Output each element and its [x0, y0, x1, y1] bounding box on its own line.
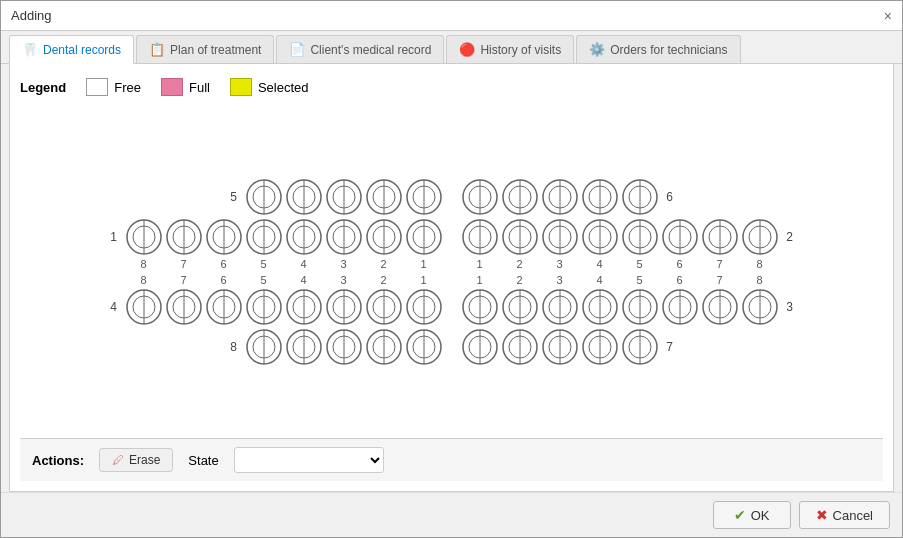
tooth-38[interactable]	[741, 288, 779, 326]
tooth-53[interactable]	[325, 178, 363, 216]
tooth-17[interactable]	[165, 218, 203, 256]
tooth-74[interactable]	[581, 328, 619, 366]
legend-label: Legend	[20, 80, 66, 95]
tooth-82[interactable]	[365, 328, 403, 366]
bottom-deciduous-row: 8 7	[20, 328, 883, 366]
tab-plan-of-treatment[interactable]: 📋 Plan of treatment	[136, 35, 274, 63]
cancel-button[interactable]: ✖ Cancel	[799, 501, 890, 529]
tooth-22[interactable]	[501, 218, 539, 256]
q6-label: 6	[659, 190, 681, 204]
tooth-55[interactable]	[245, 178, 283, 216]
tooth-26[interactable]	[661, 218, 699, 256]
tooth-34[interactable]	[581, 288, 619, 326]
tooth-48[interactable]	[125, 288, 163, 326]
tooth-81[interactable]	[405, 328, 443, 366]
close-button[interactable]: ×	[884, 8, 892, 24]
top-left-deciduous	[245, 178, 443, 216]
tab-bar: 🦷 Dental records 📋 Plan of treatment 📄 C…	[1, 31, 902, 64]
tooth-33[interactable]	[541, 288, 579, 326]
tooth-47[interactable]	[165, 288, 203, 326]
dental-chart: 5 6	[20, 110, 883, 434]
tab-history-of-visits[interactable]: 🔴 History of visits	[446, 35, 574, 63]
tooth-14[interactable]	[285, 218, 323, 256]
x-icon: ✖	[816, 507, 828, 523]
tooth-31[interactable]	[461, 288, 499, 326]
check-icon: ✔	[734, 507, 746, 523]
tooth-25[interactable]	[621, 218, 659, 256]
lower-permanent-row: 4	[20, 288, 883, 326]
tooth-73[interactable]	[541, 328, 579, 366]
tooth-71[interactable]	[461, 328, 499, 366]
q8-label: 8	[223, 340, 245, 354]
tooth-83[interactable]	[325, 328, 363, 366]
tab-medical-record[interactable]: 📄 Client's medical record	[276, 35, 444, 63]
tooth-24[interactable]	[581, 218, 619, 256]
tooth-36[interactable]	[661, 288, 699, 326]
q1-label: 1	[103, 230, 125, 244]
medical-icon: 📄	[289, 42, 305, 57]
actions-label: Actions:	[32, 453, 84, 468]
tooth-32[interactable]	[501, 288, 539, 326]
tooth-27[interactable]	[701, 218, 739, 256]
tooth-61[interactable]	[461, 178, 499, 216]
window-title: Adding	[11, 8, 51, 23]
footer: ✔ OK ✖ Cancel	[1, 492, 902, 537]
tooth-46[interactable]	[205, 288, 243, 326]
main-window: Adding × 🦷 Dental records 📋 Plan of trea…	[0, 0, 903, 538]
tooth-42[interactable]	[365, 288, 403, 326]
top-right-deciduous	[461, 178, 659, 216]
tooth-43[interactable]	[325, 288, 363, 326]
tooth-85[interactable]	[245, 328, 283, 366]
tooth-84[interactable]	[285, 328, 323, 366]
tooth-44[interactable]	[285, 288, 323, 326]
tooth-13[interactable]	[325, 218, 363, 256]
eraser-icon: 🖊	[112, 453, 124, 467]
legend-free: Free	[86, 78, 141, 96]
tooth-63[interactable]	[541, 178, 579, 216]
state-select[interactable]	[234, 447, 384, 473]
lower-right-permanent	[461, 288, 779, 326]
lower-right-numbers: 1 2 3 4 5 6 7 8	[461, 274, 779, 286]
tooth-75[interactable]	[621, 328, 659, 366]
tooth-72[interactable]	[501, 328, 539, 366]
tooth-11[interactable]	[405, 218, 443, 256]
legend-bar: Legend Free Full Selected	[20, 74, 883, 100]
lower-left-permanent	[125, 288, 443, 326]
upper-left-permanent	[125, 218, 443, 256]
legend-selected: Selected	[230, 78, 309, 96]
tooth-28[interactable]	[741, 218, 779, 256]
tooth-23[interactable]	[541, 218, 579, 256]
tooth-37[interactable]	[701, 288, 739, 326]
q4-label: 4	[103, 300, 125, 314]
tooth-12[interactable]	[365, 218, 403, 256]
bottom-right-deciduous	[461, 328, 659, 366]
q2-label: 2	[779, 230, 801, 244]
tooth-45[interactable]	[245, 288, 283, 326]
titlebar: Adding ×	[1, 1, 902, 31]
tooth-15[interactable]	[245, 218, 283, 256]
dental-icon: 🦷	[22, 42, 38, 57]
tooth-18[interactable]	[125, 218, 163, 256]
tab-orders-technicians[interactable]: ⚙️ Orders for technicians	[576, 35, 740, 63]
upper-number-row: 8 7 6 5 4 3 2 1 1 2 3 4 5 6 7	[20, 258, 883, 270]
tooth-21[interactable]	[461, 218, 499, 256]
tab-dental-records[interactable]: 🦷 Dental records	[9, 35, 134, 64]
ok-button[interactable]: ✔ OK	[713, 501, 791, 529]
history-icon: 🔴	[459, 42, 475, 57]
tooth-52[interactable]	[365, 178, 403, 216]
erase-button[interactable]: 🖊 Erase	[99, 448, 173, 472]
lower-left-numbers: 8 7 6 5 4 3 2 1	[125, 274, 443, 286]
upper-right-permanent	[461, 218, 779, 256]
tooth-41[interactable]	[405, 288, 443, 326]
tooth-65[interactable]	[621, 178, 659, 216]
q7-label: 7	[659, 340, 681, 354]
upper-left-numbers: 8 7 6 5 4 3 2 1	[125, 258, 443, 270]
tooth-64[interactable]	[581, 178, 619, 216]
state-label: State	[188, 453, 218, 468]
tooth-51[interactable]	[405, 178, 443, 216]
tooth-54[interactable]	[285, 178, 323, 216]
tooth-16[interactable]	[205, 218, 243, 256]
tooth-62[interactable]	[501, 178, 539, 216]
tooth-35[interactable]	[621, 288, 659, 326]
orders-icon: ⚙️	[589, 42, 605, 57]
